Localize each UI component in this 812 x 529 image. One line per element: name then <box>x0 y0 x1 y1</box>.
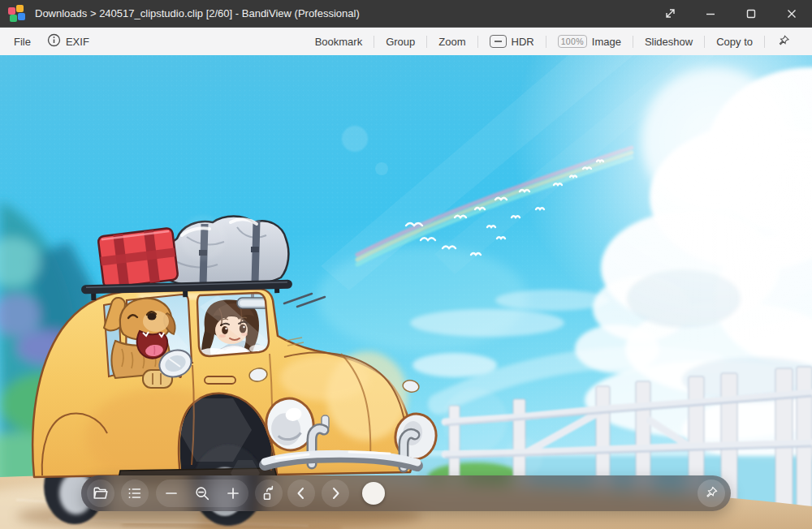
pin-icon <box>703 485 719 501</box>
chevron-right-icon <box>327 485 343 501</box>
app-logo-icon <box>8 5 26 23</box>
copy-to-button[interactable]: Copy to <box>705 31 764 53</box>
zoom-in-button[interactable] <box>218 480 248 507</box>
zoom-fit-button[interactable] <box>187 480 218 507</box>
minimize-icon <box>704 7 717 20</box>
open-folder-button[interactable] <box>87 480 114 507</box>
bottom-toolbar <box>81 475 731 511</box>
image-seek-slider[interactable] <box>357 475 690 511</box>
file-menu-label: File <box>14 36 31 48</box>
menubar-right: Bookmark Group Zoom HDR 100% Image Sli <box>304 29 812 54</box>
image-viewport[interactable] <box>0 55 812 529</box>
folder-open-icon <box>92 484 110 502</box>
menubar: File EXIF Bookmark Group Zoom <box>0 27 812 55</box>
previous-image-button[interactable] <box>287 480 315 507</box>
window-controls <box>650 0 812 27</box>
zoom-menu-label: Zoom <box>438 36 465 48</box>
file-menu[interactable]: File <box>14 31 31 53</box>
image-label: Image <box>592 36 621 48</box>
bookmark-label: Bookmark <box>315 36 363 48</box>
titlebar: Downloads > 240517_clipstudio.clip [2/60… <box>0 0 812 27</box>
fullscreen-button[interactable] <box>650 0 690 27</box>
rotate-button[interactable] <box>255 480 283 507</box>
fullscreen-icon <box>663 6 677 20</box>
bandiview-window: Downloads > 240517_clipstudio.clip [2/60… <box>0 0 812 529</box>
group-label: Group <box>386 36 415 48</box>
next-image-button[interactable] <box>322 480 349 507</box>
pin-toolbar-button[interactable] <box>765 29 802 54</box>
group-button[interactable]: Group <box>374 31 426 53</box>
info-icon <box>47 33 61 49</box>
close-button[interactable] <box>771 0 812 27</box>
menubar-left: File EXIF <box>0 28 89 54</box>
zoom-out-button[interactable] <box>156 480 187 507</box>
thumbnail-list-button[interactable] <box>121 480 149 507</box>
seek-slider-thumb[interactable] <box>362 482 385 505</box>
rotate-icon <box>260 484 278 502</box>
pin-bottom-toolbar-button[interactable] <box>698 480 725 507</box>
minus-icon <box>163 485 179 501</box>
close-icon <box>785 7 798 20</box>
zoom-percent-badge: 100% <box>558 35 587 48</box>
bookmark-button[interactable]: Bookmark <box>304 31 374 53</box>
plus-icon <box>225 485 241 501</box>
exif-button[interactable]: EXIF <box>47 28 89 54</box>
image-zoom-button[interactable]: 100% Image <box>546 30 633 53</box>
hdr-icon <box>490 35 507 48</box>
artwork-illustration <box>0 55 812 529</box>
hdr-button[interactable]: HDR <box>478 30 546 53</box>
maximize-button[interactable] <box>731 0 771 27</box>
minimize-button[interactable] <box>690 0 731 27</box>
maximize-icon <box>745 7 758 20</box>
exif-button-label: EXIF <box>66 36 89 48</box>
hdr-label: HDR <box>512 36 534 48</box>
list-icon <box>126 484 144 502</box>
pin-icon <box>776 34 791 49</box>
copy-to-label: Copy to <box>716 36 753 48</box>
chevron-left-icon <box>293 485 309 501</box>
slideshow-label: Slideshow <box>645 36 693 48</box>
slideshow-button[interactable]: Slideshow <box>633 31 704 53</box>
zoom-menu-button[interactable]: Zoom <box>427 31 477 53</box>
zoom-controls <box>156 480 248 507</box>
window-title: Downloads > 240517_clipstudio.clip [2/60… <box>35 7 360 19</box>
magnifier-minus-icon <box>193 484 211 502</box>
